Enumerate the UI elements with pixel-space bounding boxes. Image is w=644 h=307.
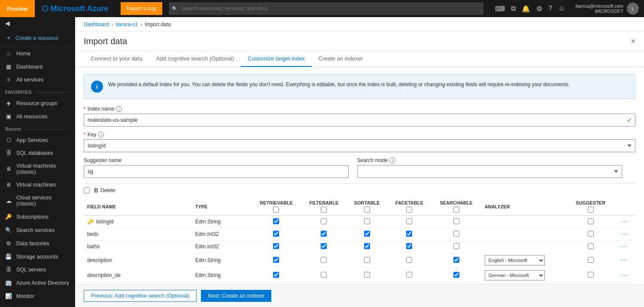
sidebar-item-sql-servers[interactable]: 🗄 SQL servers — [0, 263, 75, 276]
avatar[interactable]: L — [627, 3, 639, 15]
suggester-checkbox[interactable] — [588, 231, 594, 237]
breadcrumb-liamca[interactable]: liamca-s1 — [116, 21, 138, 27]
searchable-checkbox[interactable] — [453, 257, 459, 263]
sidebar-item-search-services[interactable]: 🔍 Search services — [0, 223, 75, 237]
suggester-checkbox[interactable] — [588, 257, 594, 263]
retrievable-checkbox[interactable] — [273, 218, 279, 224]
analyzer-select[interactable]: English - Microsoft — [485, 255, 545, 265]
sidebar-item-storage-accounts[interactable]: 💾 Storage accounts — [0, 250, 75, 263]
create-resource-item[interactable]: ＋ Create a resource — [0, 29, 75, 47]
filterable-checkbox[interactable] — [321, 218, 327, 224]
more-options-button[interactable]: ··· — [619, 230, 629, 238]
suggester-name-input[interactable] — [84, 165, 349, 178]
suggester-checkbox[interactable] — [588, 218, 594, 224]
sidebar-item-resource-groups[interactable]: ◈ Resource groups — [0, 96, 75, 110]
sortable-all-checkbox[interactable] — [364, 207, 370, 213]
facetable-checkbox[interactable] — [406, 272, 412, 278]
facetable-all-checkbox[interactable] — [406, 207, 412, 213]
feedback-icon[interactable]: ☺ — [558, 5, 565, 12]
gear-icon[interactable]: ⚙ — [536, 5, 542, 13]
key-select[interactable]: listingId — [84, 139, 635, 152]
help-icon[interactable]: ? — [548, 5, 552, 12]
sidebar-item-vm-classic[interactable]: 🖥 Virtual machines (classic) — [0, 160, 75, 178]
sidebar-item-cloud-services[interactable]: ☁ Cloud services (classic) — [0, 191, 75, 210]
filterable-checkbox[interactable] — [321, 243, 327, 249]
searchable-all-checkbox[interactable] — [453, 207, 459, 213]
analyzer-select[interactable]: German - Microsoft — [485, 270, 545, 280]
breadcrumb-dashboard[interactable]: Dashboard — [84, 21, 109, 27]
more-options-button[interactable]: ··· — [619, 218, 629, 226]
more-options-button[interactable]: ··· — [619, 256, 629, 264]
sortable-checkbox[interactable] — [364, 272, 370, 278]
sidebar-collapse-button[interactable]: ◀ — [0, 17, 75, 29]
index-name-input[interactable] — [84, 114, 635, 126]
searchable-checkbox[interactable] — [453, 272, 459, 278]
search-mode-select[interactable] — [357, 165, 622, 178]
next-button[interactable]: Next: Create an indexer — [201, 290, 271, 302]
sortable-checkbox[interactable] — [364, 257, 370, 263]
sidebar-item-azure-active-directory[interactable]: 🏢 Azure Active Directory — [0, 276, 75, 289]
col-suggester: SUGGESTER — [568, 198, 614, 216]
field-name: baths — [87, 244, 100, 250]
retrievable-all-checkbox[interactable] — [273, 207, 279, 213]
suggester-checkbox[interactable] — [588, 272, 594, 278]
sortable-checkbox[interactable] — [364, 218, 370, 224]
more-options-button[interactable]: ··· — [619, 271, 629, 279]
shell-icon[interactable]: ⌨ — [495, 5, 505, 13]
facetable-checkbox[interactable] — [406, 243, 412, 249]
table-toolbar: 🗑 Delete — [84, 183, 635, 198]
report-bug-button[interactable]: Report a bug — [121, 2, 162, 15]
analyzer-cell: English - Microsoft — [481, 253, 568, 268]
sidebar-item-dashboard[interactable]: ▦ Dashboard — [0, 60, 75, 73]
searchable-checkbox[interactable] — [453, 243, 459, 249]
suggester-all-checkbox[interactable] — [588, 207, 594, 213]
key-label: * Key i — [84, 132, 635, 138]
sortable-checkbox[interactable] — [364, 231, 370, 237]
filterable-checkbox[interactable] — [321, 272, 327, 278]
suggester-checkbox[interactable] — [588, 243, 594, 249]
azure-logo: ⬡ Microsoft Azure — [35, 4, 117, 13]
global-search-input[interactable] — [169, 3, 483, 15]
sidebar-item-virtual-machines[interactable]: 🖥 Virtual machines — [0, 178, 75, 191]
sidebar-item-subscriptions[interactable]: 🔑 Subscriptions — [0, 210, 75, 223]
sidebar-item-label: Subscriptions — [16, 214, 49, 220]
tab-customize[interactable]: Customize target index — [241, 51, 312, 67]
field-name: description — [87, 257, 112, 263]
sidebar-item-all-resources[interactable]: ▣ All resources — [0, 110, 75, 123]
index-name-info-icon[interactable]: i — [116, 106, 122, 112]
portal-icon[interactable]: ⧉ — [511, 5, 516, 12]
facetable-checkbox[interactable] — [406, 257, 412, 263]
bell-icon[interactable]: 🔔 — [522, 5, 530, 13]
retrievable-checkbox[interactable] — [273, 257, 279, 263]
key-info-icon[interactable]: i — [98, 132, 104, 138]
preview-button[interactable]: Preview — [0, 0, 35, 17]
select-all-checkbox[interactable] — [84, 187, 90, 193]
sidebar-item-security-center[interactable]: 🛡 Security Center — [0, 303, 75, 307]
sidebar-item-all-services[interactable]: ≡ All services — [0, 73, 75, 86]
sidebar-item-home[interactable]: ⌂ Home — [0, 47, 75, 60]
filterable-checkbox[interactable] — [321, 257, 327, 263]
facetable-checkbox[interactable] — [406, 231, 412, 237]
tab-indexer[interactable]: Create an indexer — [312, 51, 370, 67]
sidebar-item-sql-databases[interactable]: 🗄 SQL databases — [0, 147, 75, 160]
facetable-checkbox[interactable] — [406, 218, 412, 224]
tab-cognitive[interactable]: Add cognitive search (Optional) — [149, 51, 241, 67]
tab-connect[interactable]: Connect to your data — [84, 51, 149, 67]
searchable-checkbox[interactable] — [453, 218, 459, 224]
searchable-checkbox[interactable] — [453, 231, 459, 237]
sidebar-item-data-factories[interactable]: ⚙ Data factories — [0, 237, 75, 250]
delete-button[interactable]: 🗑 Delete — [93, 187, 115, 193]
sidebar-item-app-services[interactable]: ⬡ App Services — [0, 133, 75, 147]
more-options-button[interactable]: ··· — [619, 243, 629, 250]
retrievable-checkbox[interactable] — [273, 272, 279, 278]
sortable-checkbox[interactable] — [364, 243, 370, 249]
filterable-all-checkbox[interactable] — [321, 207, 327, 213]
search-mode-info-icon[interactable]: i — [389, 157, 395, 163]
retrievable-checkbox[interactable] — [273, 231, 279, 237]
retrievable-checkbox[interactable] — [273, 243, 279, 249]
previous-button[interactable]: Previous: Add cognitive search (Optional… — [84, 290, 197, 302]
filterable-checkbox[interactable] — [321, 231, 327, 237]
sidebar-item-monitor[interactable]: 📊 Monitor — [0, 289, 75, 303]
close-button[interactable]: × — [631, 37, 635, 46]
home-icon: ⌂ — [5, 51, 12, 57]
